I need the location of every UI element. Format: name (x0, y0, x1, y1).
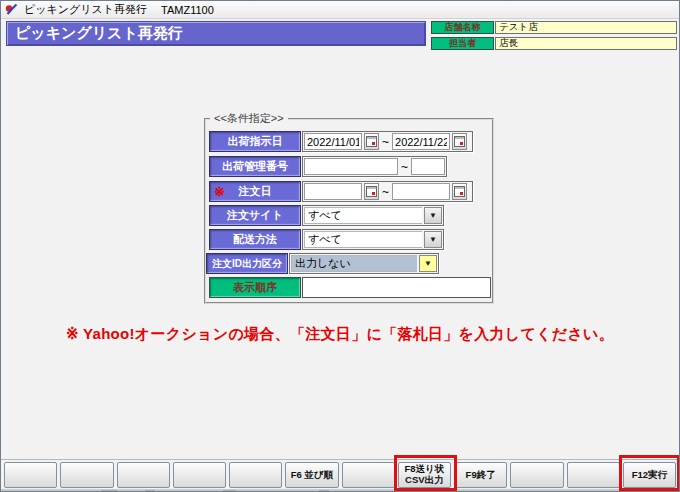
ship-date-label: 出荷指示日 (209, 131, 301, 152)
app-logo-icon (5, 3, 18, 16)
function-bar: F6 並び順 F8送り状 CSV出力 F9終了 F12実行 (4, 462, 676, 488)
delivery-method-label: 配送方法 (209, 229, 301, 250)
order-date-range: ~ (302, 181, 473, 202)
chevron-down-icon[interactable]: ▼ (419, 255, 437, 272)
f5-button[interactable] (229, 462, 282, 488)
store-name-label: 店舗名称 (431, 21, 494, 34)
conditions-group-title: <<条件指定>> (210, 111, 288, 126)
f8-shipping-label-csv-button[interactable]: F8送り状 CSV出力 (398, 462, 451, 488)
order-date-to-input[interactable] (392, 183, 450, 200)
order-date-from-input[interactable] (304, 183, 362, 200)
ship-date-from-input[interactable] (304, 133, 362, 150)
ship-date-range: ~ (302, 131, 473, 152)
f4-button[interactable] (173, 462, 226, 488)
delivery-method-value: すべて (304, 231, 422, 248)
window-code: TAMZ1100 (161, 4, 214, 16)
f12-execute-button[interactable]: F12実行 (623, 462, 676, 488)
window-title: ピッキングリスト再発行 (24, 2, 147, 17)
f6-sort-order-button[interactable]: F6 並び順 (285, 462, 338, 488)
range-separator: ~ (400, 161, 409, 173)
ship-date-to-input[interactable] (392, 133, 450, 150)
order-id-output-label: 注文ID出力区分 (206, 253, 288, 274)
f3-button[interactable] (117, 462, 170, 488)
order-date-to-calendar-button[interactable] (452, 183, 467, 200)
store-name-value: テスト店 (495, 21, 677, 34)
f11-button[interactable] (567, 462, 620, 488)
calendar-icon (366, 186, 377, 197)
ship-number-to-input[interactable] (411, 158, 445, 175)
order-site-value: すべて (304, 207, 422, 224)
yahoo-auction-note: ※ Yahoo!オークションの場合、「注文日」に「落札日」を入力してください。 (1, 325, 679, 344)
ship-number-label: 出荷管理番号 (209, 156, 301, 177)
page-title: ピッキングリスト再発行 (6, 21, 426, 46)
order-site-label: 注文サイト (209, 205, 301, 226)
ship-number-from-input[interactable] (304, 158, 398, 175)
delivery-method-dropdown[interactable]: すべて ▼ (302, 229, 444, 250)
calendar-icon (366, 136, 377, 147)
manager-label: 担当者 (431, 37, 494, 50)
display-order-label: 表示順序 (209, 277, 301, 298)
f2-button[interactable] (60, 462, 113, 488)
title-bar: ピッキングリスト再発行 TAMZ1100 (1, 1, 679, 19)
chevron-down-icon[interactable]: ▼ (424, 207, 442, 224)
order-date-label-text: 注文日 (239, 184, 272, 199)
function-bar-separator (1, 459, 679, 460)
manager-value: 店長 (495, 37, 677, 50)
f7-button[interactable] (342, 462, 395, 488)
order-id-output-value: 出力しない (291, 255, 417, 272)
calendar-icon (454, 136, 465, 147)
chevron-down-icon[interactable]: ▼ (424, 231, 442, 248)
f9-exit-button[interactable]: F9終了 (454, 462, 507, 488)
f10-button[interactable] (510, 462, 563, 488)
range-separator: ~ (381, 186, 390, 198)
ship-date-from-calendar-button[interactable] (364, 133, 379, 150)
app-window: ピッキングリスト再発行 TAMZ1100 ピッキングリスト再発行 店舗名称 テス… (0, 0, 680, 492)
required-mark: ※ (214, 184, 225, 199)
order-id-output-dropdown[interactable]: 出力しない ▼ (289, 253, 439, 274)
ship-date-to-calendar-button[interactable] (452, 133, 467, 150)
range-separator: ~ (381, 136, 390, 148)
order-site-dropdown[interactable]: すべて ▼ (302, 205, 444, 226)
calendar-icon (454, 186, 465, 197)
f1-button[interactable] (4, 462, 57, 488)
order-date-label: ※ 注文日 (209, 181, 301, 202)
order-date-from-calendar-button[interactable] (364, 183, 379, 200)
display-order-input[interactable] (302, 277, 491, 298)
ship-number-range: ~ (302, 156, 447, 177)
